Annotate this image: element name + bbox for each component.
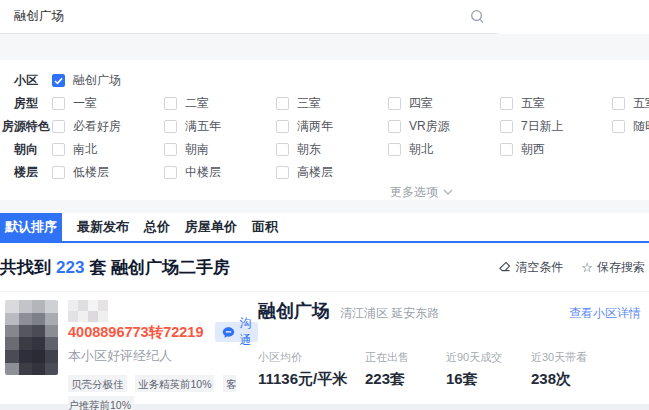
section-gap — [0, 34, 649, 60]
checkbox-icon[interactable] — [500, 97, 513, 110]
checkbox-icon[interactable] — [276, 120, 289, 133]
page: 小区 融创广场 房型 一室 二室 — [0, 0, 649, 410]
filter-panel: 小区 融创广场 房型 一室 二室 — [0, 60, 649, 200]
search-icon[interactable] — [470, 9, 485, 24]
filter-option-north[interactable]: 朝北 — [388, 141, 500, 158]
search-bar — [0, 0, 649, 34]
community-header: 融创广场 清江浦区 延安东路 查看小区详情 — [258, 300, 649, 322]
agent-info: 4008896773转72219 沟通 本小区好评经纪人 贝壳分极佳 业务精英前… — [68, 300, 250, 404]
checkbox-icon[interactable] — [612, 120, 625, 133]
tab-unit-price[interactable]: 房屋单价 — [185, 213, 237, 241]
community-name[interactable]: 融创广场 — [258, 300, 330, 322]
filter-option-label: 四室 — [409, 95, 433, 112]
filter-option-low-floor[interactable]: 低楼层 — [52, 164, 164, 181]
eraser-icon — [498, 261, 511, 274]
filter-option-high-floor[interactable]: 高楼层 — [276, 164, 388, 181]
filter-option-label: 三室 — [297, 95, 321, 112]
checkbox-icon[interactable] — [500, 143, 513, 156]
filter-option-label: 融创广场 — [73, 72, 121, 89]
results-suffix: 套 融创广场二手房 — [89, 258, 230, 277]
filter-option-label: 朝西 — [521, 141, 545, 158]
filter-row-floor: 楼层 低楼层 中楼层 高楼层 — [0, 161, 649, 184]
clear-filters-label: 清空条件 — [515, 259, 563, 276]
results-title: 共找到223套 融创广场二手房 — [0, 256, 230, 279]
agent-phone-number[interactable]: 4008896773转72219 — [68, 323, 203, 342]
clear-filters-button[interactable]: 清空条件 — [498, 259, 563, 276]
agent-card: 4008896773转72219 沟通 本小区好评经纪人 贝壳分极佳 业务精英前… — [5, 300, 253, 404]
checkbox-icon[interactable] — [164, 97, 177, 110]
save-search-button[interactable]: ☆ 保存搜索 — [581, 259, 645, 276]
filter-option-2years[interactable]: 满两年 — [276, 118, 388, 135]
checkbox-icon[interactable] — [276, 97, 289, 110]
agent-name-blurred — [68, 300, 108, 322]
sort-tab-bar: 默认排序 最新发布 总价 房屋单价 面积 — [0, 213, 649, 243]
filter-option-label: 高楼层 — [297, 164, 333, 181]
more-options-link[interactable]: 更多选项 — [390, 184, 649, 200]
filter-option-new-7days[interactable]: 7日新上 — [500, 118, 612, 135]
filter-option-5room[interactable]: 五室 — [500, 95, 612, 112]
checkbox-icon[interactable] — [52, 166, 65, 179]
filter-option-3room[interactable]: 三室 — [276, 95, 388, 112]
filter-option-east[interactable]: 朝东 — [276, 141, 388, 158]
filter-option-label: 一室 — [73, 95, 97, 112]
filter-option-label: 南北 — [73, 141, 97, 158]
filter-option-north-south[interactable]: 南北 — [52, 141, 164, 158]
results-count: 223 — [56, 258, 84, 277]
community-detail-link[interactable]: 查看小区详情 — [569, 305, 641, 322]
filter-option-label: VR房源 — [409, 118, 450, 135]
checkbox-icon[interactable] — [388, 97, 401, 110]
filter-option-must-see[interactable]: 必看好房 — [52, 118, 164, 135]
filter-option-5room-plus[interactable]: 五室以上 — [612, 95, 649, 112]
filter-row-features: 房源特色 必看好房 满五年 满两年 VR房源 — [0, 115, 649, 138]
community-location: 清江浦区 延安东路 — [340, 305, 439, 322]
checkbox-icon[interactable] — [164, 166, 177, 179]
checked-checkbox-icon[interactable] — [52, 74, 65, 87]
tab-newest[interactable]: 最新发布 — [77, 213, 129, 241]
listing-row[interactable]: 4008896773转72219 沟通 本小区好评经纪人 贝壳分极佳 业务精英前… — [0, 292, 649, 404]
checkbox-icon[interactable] — [52, 120, 65, 133]
agent-photo-blurred — [5, 300, 58, 375]
checkbox-icon[interactable] — [52, 97, 65, 110]
agent-subtitle: 本小区好评经纪人 — [68, 347, 250, 365]
checkbox-icon[interactable] — [164, 120, 177, 133]
filter-option-south[interactable]: 朝南 — [164, 141, 276, 158]
checkbox-icon[interactable] — [52, 143, 65, 156]
agent-phone-row: 4008896773转72219 沟通 — [68, 323, 250, 341]
agent-tags: 贝壳分极佳 业务精英前10% 客户推荐前10% — [68, 372, 246, 410]
tab-default-sort[interactable]: 默认排序 — [0, 213, 62, 241]
filter-option-label: 随时看 — [633, 118, 649, 135]
save-search-label: 保存搜索 — [597, 259, 645, 276]
checkbox-icon[interactable] — [276, 166, 289, 179]
filter-option-label: 朝南 — [185, 141, 209, 158]
filter-option-vr[interactable]: VR房源 — [388, 118, 500, 135]
search-input-wrap[interactable] — [0, 0, 497, 34]
checkbox-icon[interactable] — [612, 97, 625, 110]
filter-option-west[interactable]: 朝西 — [500, 141, 612, 158]
filter-option-label: 朝东 — [297, 141, 321, 158]
chevron-down-icon — [443, 189, 453, 195]
filter-option-label: 朝北 — [409, 141, 433, 158]
filter-option-5years[interactable]: 满五年 — [164, 118, 276, 135]
stat-label: 近90天成交 — [446, 350, 531, 365]
stat-avg-price: 小区均价 11136元/平米 — [258, 350, 365, 389]
filter-row-label: 朝向 — [0, 141, 52, 158]
filter-option-label: 满五年 — [185, 118, 221, 135]
filter-option-label: 二室 — [185, 95, 209, 112]
agent-tag: 业务精英前10% — [135, 375, 215, 392]
search-input[interactable] — [14, 10, 470, 24]
checkbox-icon[interactable] — [500, 120, 513, 133]
checkbox-icon[interactable] — [388, 143, 401, 156]
checkbox-icon[interactable] — [276, 143, 289, 156]
filter-row-label: 房型 — [0, 95, 52, 112]
tab-area[interactable]: 面积 — [252, 213, 278, 241]
filter-row-rooms: 房型 一室 二室 三室 四室 — [0, 92, 649, 115]
filter-option-anytime-view[interactable]: 随时看 — [612, 118, 649, 135]
filter-option-mid-floor[interactable]: 中楼层 — [164, 164, 276, 181]
filter-option-2room[interactable]: 二室 — [164, 95, 276, 112]
filter-option-1room[interactable]: 一室 — [52, 95, 164, 112]
filter-option-4room[interactable]: 四室 — [388, 95, 500, 112]
checkbox-icon[interactable] — [164, 143, 177, 156]
filter-option-rongchuang[interactable]: 融创广场 — [52, 72, 164, 89]
checkbox-icon[interactable] — [388, 120, 401, 133]
tab-total-price[interactable]: 总价 — [144, 213, 170, 241]
